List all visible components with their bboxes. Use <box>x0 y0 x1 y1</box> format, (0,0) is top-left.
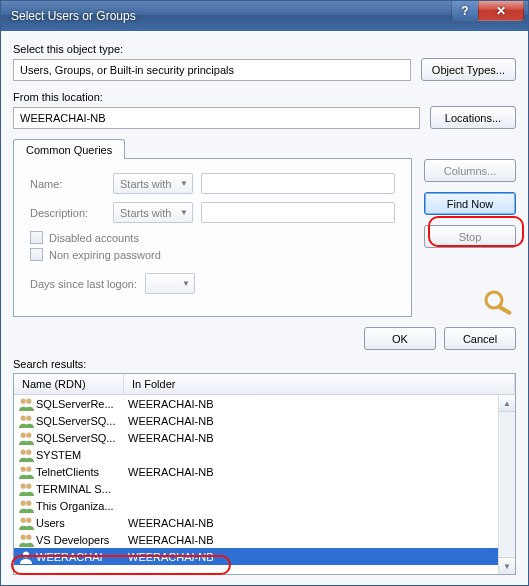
group-icon <box>18 516 34 530</box>
window-title: Select Users or Groups <box>11 9 136 23</box>
svg-point-10 <box>21 466 26 471</box>
list-row[interactable]: UsersWEERACHAI-NB <box>14 514 515 531</box>
list-row[interactable]: VS DevelopersWEERACHAI-NB <box>14 531 515 548</box>
group-icon <box>18 431 34 445</box>
row-folder: WEERACHAI-NB <box>126 517 515 529</box>
locations-button[interactable]: Locations... <box>430 106 516 129</box>
row-folder: WEERACHAI-NB <box>126 534 515 546</box>
help-button[interactable]: ? <box>451 1 479 21</box>
chevron-down-icon: ▼ <box>180 179 188 188</box>
location-field[interactable]: WEERACHAI-NB <box>13 107 420 129</box>
svg-point-4 <box>21 415 26 420</box>
svg-point-17 <box>26 517 31 522</box>
user-icon <box>18 550 34 564</box>
svg-point-13 <box>26 483 31 488</box>
scroll-down-icon[interactable]: ▼ <box>499 557 515 574</box>
svg-point-0 <box>486 292 502 308</box>
name-match-dropdown[interactable]: Starts with ▼ <box>113 173 193 194</box>
close-button[interactable]: ✕ <box>478 1 524 21</box>
titlebar[interactable]: Select Users or Groups ? ✕ <box>1 1 528 31</box>
row-name: SQLServerRe... <box>34 398 126 410</box>
list-row[interactable]: TERMINAL S... <box>14 480 515 497</box>
row-folder: WEERACHAI-NB <box>126 466 515 478</box>
row-name: SYSTEM <box>34 449 126 461</box>
name-input[interactable] <box>201 173 395 194</box>
group-icon <box>18 465 34 479</box>
list-row[interactable]: SYSTEM <box>14 446 515 463</box>
svg-point-11 <box>26 466 31 471</box>
disabled-accounts-label: Disabled accounts <box>49 232 139 244</box>
ok-button[interactable]: OK <box>364 327 436 350</box>
tab-common-queries[interactable]: Common Queries <box>13 139 125 159</box>
row-name: WEERACHAI <box>34 551 126 563</box>
group-icon <box>18 482 34 496</box>
row-name: This Organiza... <box>34 500 126 512</box>
description-label: Description: <box>30 207 105 219</box>
row-folder: WEERACHAI-NB <box>126 398 515 410</box>
group-icon <box>18 414 34 428</box>
select-users-dialog: Select Users or Groups ? ✕ Select this o… <box>0 0 529 586</box>
object-type-field[interactable]: Users, Groups, or Built-in security prin… <box>13 59 411 81</box>
svg-point-8 <box>21 449 26 454</box>
row-name: VS Developers <box>34 534 126 546</box>
svg-point-2 <box>21 398 26 403</box>
svg-point-9 <box>26 449 31 454</box>
list-row[interactable]: This Organiza... <box>14 497 515 514</box>
row-name: Users <box>34 517 126 529</box>
description-match-dropdown[interactable]: Starts with ▼ <box>113 202 193 223</box>
list-row[interactable]: WEERACHAIWEERACHAI-NB <box>14 548 515 565</box>
disabled-accounts-checkbox[interactable] <box>30 231 43 244</box>
list-row[interactable]: TelnetClientsWEERACHAI-NB <box>14 463 515 480</box>
common-queries-panel: Name: Starts with ▼ Description: Starts … <box>13 158 412 317</box>
list-body[interactable]: ▲ ▼ SQLServerRe...WEERACHAI-NBSQLServerS… <box>14 395 515 574</box>
row-folder: WEERACHAI-NB <box>126 551 515 563</box>
svg-point-6 <box>21 432 26 437</box>
column-folder[interactable]: In Folder <box>124 374 515 394</box>
svg-point-7 <box>26 432 31 437</box>
row-name: SQLServerSQ... <box>34 432 126 444</box>
row-name: TERMINAL S... <box>34 483 126 495</box>
group-icon <box>18 533 34 547</box>
list-row[interactable]: SQLServerRe...WEERACHAI-NB <box>14 395 515 412</box>
svg-point-18 <box>21 534 26 539</box>
scrollbar[interactable]: ▲ ▼ <box>498 395 515 574</box>
column-name[interactable]: Name (RDN) <box>14 374 124 394</box>
cancel-button[interactable]: Cancel <box>444 327 516 350</box>
row-folder: WEERACHAI-NB <box>126 415 515 427</box>
list-header: Name (RDN) In Folder <box>14 374 515 395</box>
row-folder: WEERACHAI-NB <box>126 432 515 444</box>
search-results-label: Search results: <box>13 358 516 370</box>
non-expiring-label: Non expiring password <box>49 249 161 261</box>
svg-point-14 <box>21 500 26 505</box>
search-results-list: Name (RDN) In Folder ▲ ▼ SQLServerRe...W… <box>13 373 516 575</box>
svg-point-12 <box>21 483 26 488</box>
svg-point-3 <box>26 398 31 403</box>
object-types-button[interactable]: Object Types... <box>421 58 516 81</box>
svg-point-19 <box>26 534 31 539</box>
location-label: From this location: <box>13 91 516 103</box>
svg-point-20 <box>23 551 29 557</box>
non-expiring-checkbox[interactable] <box>30 248 43 261</box>
description-input[interactable] <box>201 202 395 223</box>
svg-point-16 <box>21 517 26 522</box>
group-icon <box>18 448 34 462</box>
svg-point-15 <box>26 500 31 505</box>
row-name: TelnetClients <box>34 466 126 478</box>
chevron-down-icon: ▼ <box>182 279 190 288</box>
chevron-down-icon: ▼ <box>180 208 188 217</box>
svg-rect-1 <box>498 305 512 315</box>
scroll-up-icon[interactable]: ▲ <box>499 395 515 412</box>
list-row[interactable]: SQLServerSQ...WEERACHAI-NB <box>14 412 515 429</box>
find-now-button[interactable]: Find Now <box>424 192 516 215</box>
object-type-label: Select this object type: <box>13 43 516 55</box>
list-row[interactable]: SQLServerSQ...WEERACHAI-NB <box>14 429 515 446</box>
days-since-logon-label: Days since last logon: <box>30 278 137 290</box>
columns-button[interactable]: Columns... <box>424 159 516 182</box>
group-icon <box>18 397 34 411</box>
search-icon <box>482 289 516 317</box>
stop-button[interactable]: Stop <box>424 225 516 248</box>
group-icon <box>18 499 34 513</box>
row-name: SQLServerSQ... <box>34 415 126 427</box>
days-since-logon-dropdown[interactable]: ▼ <box>145 273 195 294</box>
svg-point-5 <box>26 415 31 420</box>
